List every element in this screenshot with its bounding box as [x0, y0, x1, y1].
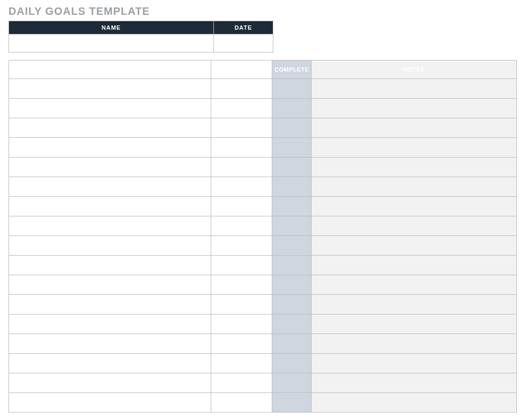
goals-cell[interactable] [9, 177, 211, 197]
schedule-cell[interactable] [211, 393, 272, 413]
complete-cell[interactable] [272, 216, 312, 236]
table-row [9, 295, 517, 314]
schedule-cell[interactable] [211, 216, 272, 236]
goals-cell[interactable] [9, 373, 211, 393]
table-row [9, 197, 517, 216]
notes-cell[interactable] [312, 158, 517, 177]
table-row [9, 79, 517, 99]
schedule-cell[interactable] [211, 354, 272, 373]
goals-table: GOALS SCHEDULE FOR TASKS COMPLETE NOTES [8, 60, 517, 413]
notes-cell[interactable] [312, 177, 517, 197]
schedule-cell[interactable] [211, 314, 272, 334]
column-header-notes: NOTES [312, 60, 517, 79]
notes-cell[interactable] [312, 99, 517, 118]
notes-cell[interactable] [312, 295, 517, 314]
goals-cell[interactable] [9, 158, 211, 177]
goals-cell[interactable] [9, 138, 211, 158]
table-row [9, 354, 517, 373]
complete-cell[interactable] [272, 197, 312, 216]
schedule-cell[interactable] [211, 373, 272, 393]
table-row [9, 118, 517, 138]
column-header-goals: GOALS [9, 60, 211, 79]
complete-cell[interactable] [272, 158, 312, 177]
complete-cell[interactable] [272, 295, 312, 314]
complete-cell[interactable] [272, 138, 312, 158]
table-row [9, 373, 517, 393]
notes-cell[interactable] [312, 216, 517, 236]
notes-cell[interactable] [312, 256, 517, 275]
complete-cell[interactable] [272, 373, 312, 393]
complete-cell[interactable] [272, 393, 312, 413]
complete-cell[interactable] [272, 177, 312, 197]
complete-cell[interactable] [272, 256, 312, 275]
table-row [9, 314, 517, 334]
table-row [9, 256, 517, 275]
notes-cell[interactable] [312, 275, 517, 295]
goals-cell[interactable] [9, 236, 211, 256]
notes-cell[interactable] [312, 314, 517, 334]
table-row [9, 236, 517, 256]
goals-cell[interactable] [9, 256, 211, 275]
complete-cell[interactable] [272, 314, 312, 334]
schedule-cell[interactable] [211, 138, 272, 158]
schedule-cell[interactable] [211, 79, 272, 99]
complete-cell[interactable] [272, 99, 312, 118]
notes-cell[interactable] [312, 334, 517, 354]
notes-cell[interactable] [312, 138, 517, 158]
column-header-schedule: SCHEDULE FOR TASKS [211, 60, 272, 79]
complete-cell[interactable] [272, 79, 312, 99]
table-row [9, 177, 517, 197]
goals-cell[interactable] [9, 216, 211, 236]
schedule-cell[interactable] [211, 197, 272, 216]
notes-cell[interactable] [312, 79, 517, 99]
header-date-label: DATE [214, 21, 273, 34]
complete-cell[interactable] [272, 354, 312, 373]
goals-cell[interactable] [9, 99, 211, 118]
header-table: NAME DATE [8, 21, 273, 52]
schedule-cell[interactable] [211, 118, 272, 138]
goals-cell[interactable] [9, 197, 211, 216]
header-name-label: NAME [9, 21, 214, 34]
goals-cell[interactable] [9, 295, 211, 314]
notes-cell[interactable] [312, 354, 517, 373]
complete-cell[interactable] [272, 334, 312, 354]
schedule-cell[interactable] [211, 334, 272, 354]
goals-cell[interactable] [9, 393, 211, 413]
notes-cell[interactable] [312, 118, 517, 138]
page-title: DAILY GOALS TEMPLATE [8, 5, 519, 18]
schedule-cell[interactable] [211, 295, 272, 314]
table-row [9, 275, 517, 295]
header-input-row [9, 34, 273, 52]
table-row [9, 216, 517, 236]
complete-cell[interactable] [272, 236, 312, 256]
schedule-cell[interactable] [211, 99, 272, 118]
schedule-cell[interactable] [211, 256, 272, 275]
date-input-cell[interactable] [214, 34, 273, 52]
table-row [9, 138, 517, 158]
notes-cell[interactable] [312, 236, 517, 256]
schedule-cell[interactable] [211, 158, 272, 177]
notes-cell[interactable] [312, 373, 517, 393]
name-input-cell[interactable] [9, 34, 214, 52]
goals-cell[interactable] [9, 79, 211, 99]
table-row [9, 99, 517, 118]
notes-cell[interactable] [312, 393, 517, 413]
goals-cell[interactable] [9, 118, 211, 138]
schedule-cell[interactable] [211, 275, 272, 295]
table-row [9, 334, 517, 354]
column-header-complete: COMPLETE [272, 60, 312, 79]
complete-cell[interactable] [272, 118, 312, 138]
goals-cell[interactable] [9, 275, 211, 295]
schedule-cell[interactable] [211, 236, 272, 256]
goals-cell[interactable] [9, 314, 211, 334]
notes-cell[interactable] [312, 197, 517, 216]
goals-cell[interactable] [9, 354, 211, 373]
complete-cell[interactable] [272, 275, 312, 295]
table-row [9, 393, 517, 413]
goals-cell[interactable] [9, 334, 211, 354]
table-row [9, 158, 517, 177]
schedule-cell[interactable] [211, 177, 272, 197]
